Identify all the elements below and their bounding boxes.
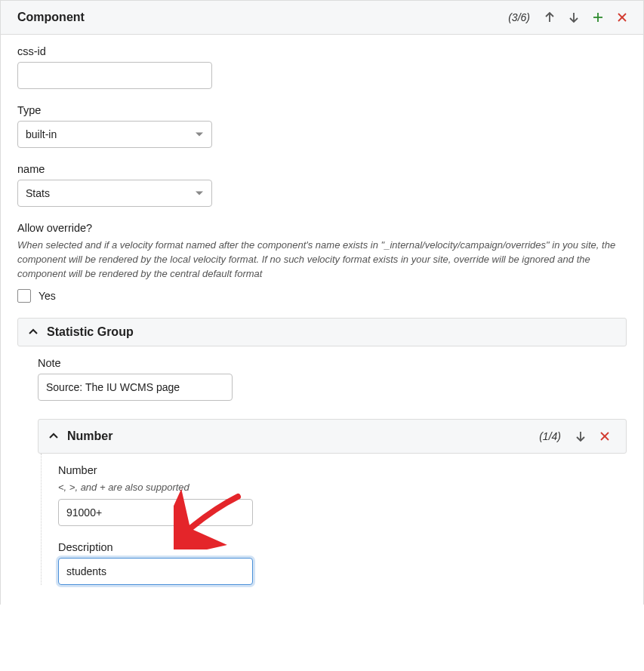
override-help: When selected and if a velocity format n… bbox=[17, 239, 627, 282]
add-button[interactable] bbox=[586, 8, 610, 27]
number-section: Number (1/4) Number <, >, and bbox=[38, 419, 627, 586]
component-panel: Component (3/6) css-id Type built-in bbox=[0, 0, 644, 605]
delete-button[interactable] bbox=[593, 426, 617, 446]
stat-group-header: Statistic Group bbox=[17, 318, 627, 346]
move-down-button[interactable] bbox=[569, 426, 593, 446]
override-checkbox-label: Yes bbox=[39, 290, 56, 302]
override-field: Allow override? When selected and if a v… bbox=[17, 222, 627, 303]
move-up-button[interactable] bbox=[538, 8, 562, 27]
stat-group-title: Statistic Group bbox=[47, 325, 617, 339]
component-count: (3/6) bbox=[508, 11, 530, 23]
name-value: Stats bbox=[26, 187, 50, 199]
name-select[interactable]: Stats bbox=[17, 180, 212, 207]
override-label: Allow override? bbox=[17, 222, 627, 234]
note-input[interactable] bbox=[38, 374, 233, 401]
number-count: (1/4) bbox=[539, 430, 561, 442]
number-label: Number bbox=[58, 464, 627, 476]
type-label: Type bbox=[17, 104, 627, 116]
collapse-icon[interactable] bbox=[48, 430, 60, 442]
number-field: Number <, >, and + are also supported bbox=[58, 464, 627, 527]
override-checkbox[interactable] bbox=[17, 289, 31, 303]
cssid-field: css-id bbox=[17, 45, 627, 89]
number-body: Number <, >, and + are also supported De… bbox=[41, 454, 627, 586]
number-input[interactable] bbox=[58, 499, 253, 526]
number-section-title: Number bbox=[67, 429, 539, 443]
type-value: built-in bbox=[26, 128, 57, 140]
cssid-input[interactable] bbox=[17, 62, 212, 89]
delete-button[interactable] bbox=[610, 8, 634, 27]
collapse-icon[interactable] bbox=[27, 326, 39, 338]
name-label: name bbox=[17, 163, 627, 175]
move-down-button[interactable] bbox=[562, 8, 586, 27]
description-input[interactable] bbox=[58, 558, 253, 585]
description-label: Description bbox=[58, 541, 627, 553]
stat-group-body: Note Number (1/4) bbox=[17, 346, 627, 586]
type-field: Type built-in bbox=[17, 104, 627, 148]
component-body: css-id Type built-in name Stats Allow ov… bbox=[1, 35, 643, 605]
note-label: Note bbox=[38, 357, 627, 369]
component-title: Component bbox=[17, 11, 508, 24]
number-header: Number (1/4) bbox=[38, 419, 627, 454]
description-field: Description bbox=[58, 541, 627, 585]
chevron-down-icon bbox=[196, 133, 203, 137]
override-checkbox-row: Yes bbox=[17, 289, 627, 303]
stat-group-section: Statistic Group Note Number (1/4) bbox=[17, 318, 627, 586]
note-field: Note bbox=[38, 357, 627, 401]
component-header: Component (3/6) bbox=[1, 1, 643, 35]
chevron-down-icon bbox=[196, 192, 203, 195]
name-field: name Stats bbox=[17, 163, 627, 207]
number-help: <, >, and + are also supported bbox=[58, 481, 627, 495]
cssid-label: css-id bbox=[17, 45, 627, 57]
type-select[interactable]: built-in bbox=[17, 121, 212, 148]
